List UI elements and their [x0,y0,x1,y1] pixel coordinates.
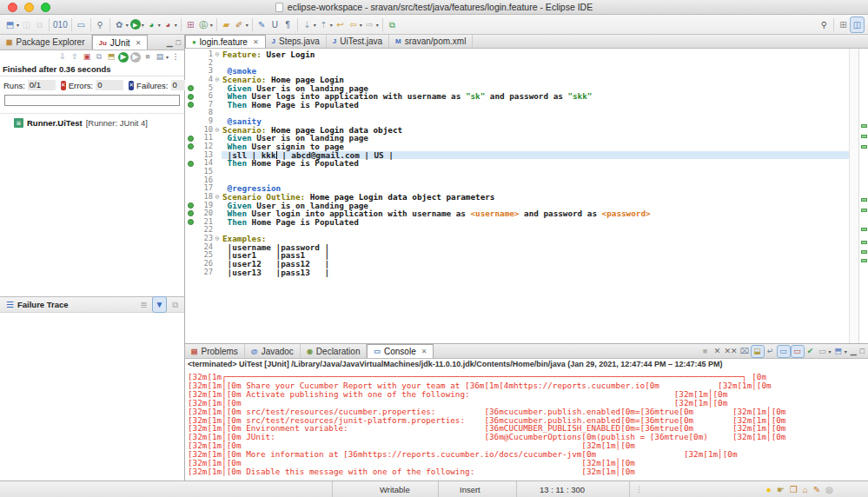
fold-marker-icon[interactable] [213,184,222,193]
minimize-button[interactable] [24,3,34,12]
console-monitor-icon[interactable]: ▭ [75,17,88,33]
save-icon[interactable]: ◫ [20,17,33,33]
editor-body[interactable]: 1 ⊖ Feature: User Login 2 3 [185,49,868,343]
graduation-cap-icon[interactable]: ⌂ [803,485,808,494]
overview-mark[interactable] [861,209,867,212]
toolbar-separator[interactable] [216,18,217,31]
toolbox-icon[interactable]: ▰ [220,17,233,33]
maximize-view-icon[interactable]: □ [176,38,181,47]
overview-mark[interactable] [861,250,867,254]
code-line[interactable]: 21 Then Home Page is Populated [185,218,849,227]
fold-marker-icon[interactable] [213,84,222,93]
fold-marker-icon[interactable] [213,260,222,268]
overview-mark[interactable] [861,124,867,128]
next-annotation-icon[interactable]: ⇣ ▾ [301,17,317,33]
remove-launch-icon[interactable]: ✕ [712,345,724,358]
fold-marker-icon[interactable] [213,243,222,252]
code-line[interactable]: 7 Then Home Page is Populated [185,101,849,109]
next-failed-test-icon[interactable]: ⇩ [56,51,69,63]
open-perspective-icon[interactable]: ⊞ [837,17,850,33]
tab-junit[interactable]: Ju JUnit ✕ [92,35,149,50]
last-edit-location-icon[interactable]: ↩ [334,17,347,33]
fold-marker-icon[interactable] [213,226,222,235]
open-console-icon[interactable]: ⬒ ▾ [832,345,848,358]
tab-console[interactable]: ▭ Console ✕ [367,344,434,358]
display-console-icon[interactable]: ▭ ▾ [817,345,832,358]
tab-login-feature[interactable]: ● login.feature ✕ [185,35,266,48]
toolbar-separator[interactable] [833,18,834,31]
globe-g-icon[interactable]: Ⓖ ▾ [197,17,214,33]
code-line[interactable]: 15 [185,168,849,176]
fold-marker-icon[interactable]: ⊖ [213,235,222,243]
fold-marker-icon[interactable]: ⊖ [213,126,222,135]
debug-icon[interactable]: ✿ ▾ [113,17,129,33]
console-output[interactable]: [32m[1m┌────────────────────────────────… [185,369,868,480]
compare-result-icon[interactable]: ⧉ [169,296,182,313]
toolbar-separator[interactable] [49,18,50,31]
code-line[interactable]: 8 [185,109,849,117]
wand-icon[interactable]: ✐ ▾ [233,17,249,33]
maximize-view-icon[interactable]: □ [860,347,865,355]
tab-pom-xml[interactable]: M sravan/pom.xml [389,35,473,48]
code-line[interactable]: 1 ⊖ Feature: User Login [185,50,849,59]
show-stack-trace-icon[interactable]: ≣ [137,296,150,313]
link-with-editor-icon[interactable]: ⧉ [386,17,399,33]
code-line[interactable]: 2 [185,59,849,68]
zoom-button[interactable] [41,3,50,12]
forward-icon[interactable]: ⇨ ▾ [363,17,380,33]
minimize-view-icon[interactable]: ▁ [851,347,857,355]
overview-mark[interactable] [861,198,867,202]
target-icon[interactable]: ◎ [825,485,833,494]
show-stdout-icon[interactable]: ▭ [777,345,791,358]
scroll-lock-icon[interactable]: ⬒ [105,51,117,63]
tab-problems[interactable]: ▤ Problems [185,344,245,358]
fold-marker-icon[interactable] [213,92,222,101]
java-perspective-icon[interactable]: ◫ [850,17,865,33]
previous-failed-test-icon[interactable]: ⇧ [69,51,81,63]
overview-mark[interactable] [861,145,867,149]
code-line[interactable]: 16 [185,176,849,185]
fold-marker-icon[interactable] [213,251,222,260]
code-line[interactable]: 27 |user13 |pass13 | [185,268,849,277]
fold-marker-icon[interactable]: ⊖ [213,193,222,202]
grid-icon[interactable]: ⊞ [184,17,197,33]
profile-icon[interactable]: ◕ ▾ [162,17,178,33]
fold-marker-icon[interactable] [213,268,222,277]
fold-marker-icon[interactable] [213,159,222,168]
fold-marker-icon[interactable]: ⊖ [213,50,222,59]
fold-marker-icon[interactable] [213,101,222,109]
toolbar-separator[interactable] [71,18,72,31]
overview-mark[interactable] [861,228,867,231]
pin-console-icon[interactable]: ✔ [805,345,817,358]
flashlight-icon[interactable]: ⚲ [94,17,107,33]
tab-package-explorer[interactable]: ▦ Package Explorer [0,35,92,50]
overview-mark[interactable] [861,135,867,138]
view-menu-icon[interactable]: ⋮ [169,51,182,63]
overview-mark[interactable] [861,259,867,262]
fold-marker-icon[interactable] [213,134,222,142]
fold-marker-icon[interactable] [213,109,222,117]
fold-marker-icon[interactable] [213,59,222,68]
tab-uitest-java[interactable]: J UiTest.java [327,35,389,48]
back-icon[interactable]: ⇦ ▾ [347,17,363,33]
coverage-icon[interactable]: ◕ ▾ [145,17,162,33]
close-tab-icon[interactable]: ✕ [136,39,142,47]
code-line[interactable]: 14 Then Home Page is Populated [185,159,849,168]
close-button[interactable] [8,3,17,12]
terminate-icon[interactable]: ■ [699,345,712,358]
run-icon[interactable]: ▶ ▾ [129,17,145,33]
word-wrap-icon[interactable]: ↵ [765,345,777,358]
scroll-lock-icon[interactable]: ⬓ [751,345,765,358]
overview-mark[interactable] [861,241,867,244]
toolbar-separator[interactable] [252,18,253,31]
toolbar-separator[interactable] [90,18,91,31]
fold-marker-icon[interactable] [213,209,222,218]
tab-steps-java[interactable]: J Steps.java [266,35,327,48]
tab-declaration[interactable]: ◉ Declaration [301,344,368,358]
minimize-view-icon[interactable]: ▁ [167,38,173,47]
fold-marker-icon[interactable] [213,176,222,185]
toolbar-separator[interactable] [109,18,110,31]
rerun-test-icon[interactable]: ▶ [117,51,129,63]
show-skipped-icon[interactable]: ⧉ [93,51,105,63]
fold-marker-icon[interactable] [213,67,222,76]
